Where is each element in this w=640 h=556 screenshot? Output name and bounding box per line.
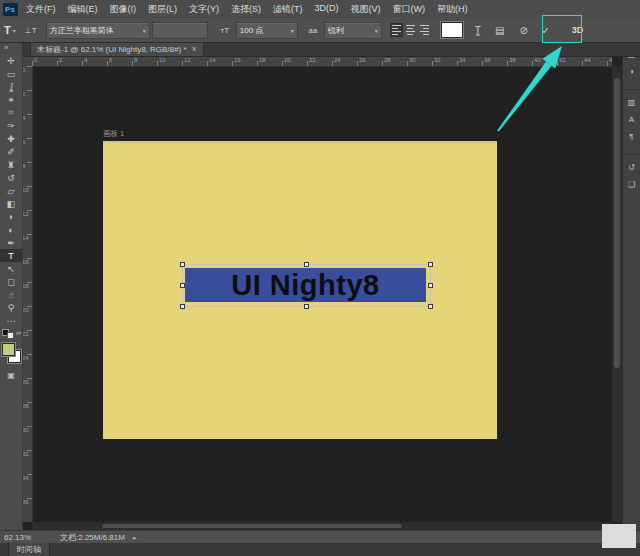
- menu-item[interactable]: 文件(F): [20, 3, 62, 16]
- chevron-down-icon: ▾: [13, 27, 16, 34]
- screen-mode-icon[interactable]: ▣: [7, 371, 15, 380]
- warp-text-icon[interactable]: T̰: [471, 22, 485, 38]
- lasso-tool-icon[interactable]: ʆ: [0, 80, 22, 93]
- marquee-tool-icon[interactable]: ▭: [0, 67, 22, 80]
- gradient-tool-icon[interactable]: ◧: [0, 197, 22, 210]
- tool-preset-picker[interactable]: T ▾: [4, 24, 16, 36]
- 3d-button[interactable]: 3D: [565, 24, 591, 36]
- eraser-tool-icon[interactable]: ▱: [0, 184, 22, 197]
- status-chevron-icon[interactable]: ▸: [133, 534, 137, 542]
- tab-timeline[interactable]: 时间轴: [8, 543, 50, 556]
- transform-handle[interactable]: [428, 262, 433, 267]
- transform-handle[interactable]: [428, 304, 433, 309]
- foreground-color-swatch[interactable]: [2, 343, 15, 356]
- history-brush-tool-icon[interactable]: ↺: [0, 171, 22, 184]
- horizontal-scrollbar-thumb[interactable]: [102, 524, 402, 528]
- brush-tool-icon[interactable]: ✐: [0, 145, 22, 158]
- menu-item[interactable]: 3D(D): [309, 3, 345, 16]
- transform-handle[interactable]: [304, 262, 309, 267]
- menu-item[interactable]: 文字(Y): [183, 3, 225, 16]
- menu-item[interactable]: 窗口(W): [387, 3, 432, 16]
- font-style-select[interactable]: [152, 22, 208, 39]
- ruler-tick: 4: [22, 114, 32, 138]
- vertical-ruler: 02468101214161820222426283032343638: [22, 66, 33, 522]
- menu-item[interactable]: 编辑(E): [62, 3, 104, 16]
- transform-bounding-box[interactable]: [182, 264, 431, 307]
- document-tab[interactable]: 未标题-1 @ 62.1% (UI Nighty8, RGB/8#) * ×: [30, 42, 204, 56]
- healing-brush-tool-icon[interactable]: ✚: [0, 132, 22, 145]
- pen-tool-icon[interactable]: ✒: [0, 236, 22, 249]
- type-tool-icon[interactable]: T: [0, 249, 22, 262]
- menu-item[interactable]: 图层(L): [142, 3, 183, 16]
- horizontal-scrollbar[interactable]: [32, 522, 612, 530]
- ruler-tick: 28: [22, 402, 32, 426]
- hand-tool-icon[interactable]: ☝: [0, 288, 22, 301]
- menu-item[interactable]: 选择(S): [225, 3, 267, 16]
- history-panel-icon[interactable]: ↺: [623, 154, 640, 176]
- ruler-tick: 30: [407, 56, 432, 66]
- align-center-button[interactable]: [404, 23, 417, 37]
- panel-dock: ▦◑▥A¶↺❏: [622, 42, 640, 530]
- ruler-tick: 32: [22, 450, 32, 474]
- toolbox-collapse-icon[interactable]: »: [0, 42, 8, 54]
- ruler-tick: 34: [22, 474, 32, 498]
- swap-colors-icon[interactable]: ⇄: [16, 329, 21, 339]
- quick-selection-tool-icon[interactable]: ✶: [0, 93, 22, 106]
- eyedropper-tool-icon[interactable]: ✑: [0, 119, 22, 132]
- clone-stamp-tool-icon[interactable]: ♜: [0, 158, 22, 171]
- transform-handle[interactable]: [180, 283, 185, 288]
- align-left-button[interactable]: [390, 23, 403, 37]
- default-colors-icon[interactable]: ⇄: [0, 329, 22, 339]
- ruler-tick: 18: [22, 282, 32, 306]
- adjustments-panel-icon[interactable]: ◑: [623, 63, 640, 80]
- vertical-scrollbar[interactable]: [612, 66, 622, 522]
- artboard-label[interactable]: 画板 1: [103, 129, 124, 139]
- anti-alias-select[interactable]: 锐利 ▾: [324, 22, 382, 39]
- shape-tool-icon[interactable]: ◻: [0, 275, 22, 288]
- blur-tool-icon[interactable]: ◗: [0, 210, 22, 223]
- font-family-select[interactable]: 方正兰亭粗黑简体 ▾: [46, 22, 150, 39]
- paragraph-panel-icon[interactable]: ¶: [623, 128, 640, 145]
- transform-handle[interactable]: [180, 304, 185, 309]
- ruler-tick: 16: [22, 258, 32, 282]
- ruler-tick: 10: [157, 56, 182, 66]
- path-selection-tool-icon[interactable]: ↖: [0, 262, 22, 275]
- ruler-tick: 8: [132, 56, 157, 66]
- menu-bar: Ps 文件(F)编辑(E)图像(I)图层(L)文字(Y)选择(S)滤镜(T)3D…: [0, 0, 640, 19]
- character-panel-icon[interactable]: A: [623, 111, 640, 128]
- transform-handle[interactable]: [304, 304, 309, 309]
- toggle-panels-icon[interactable]: ▤: [493, 22, 507, 38]
- text-orientation-icon[interactable]: ⊥T: [24, 22, 38, 38]
- libraries-panel-icon[interactable]: ▥: [623, 89, 640, 111]
- font-size-select[interactable]: 100 点 ▾: [236, 22, 298, 39]
- ruler-tick: 36: [22, 498, 32, 522]
- vertical-scrollbar-thumb[interactable]: [614, 78, 620, 368]
- commit-edits-icon[interactable]: ✓: [539, 22, 553, 38]
- ruler-tick: 14: [22, 234, 32, 258]
- layers-panel-icon[interactable]: ❏: [623, 176, 640, 193]
- close-icon[interactable]: ×: [192, 44, 197, 54]
- document-tab-title: 未标题-1 @ 62.1% (UI Nighty8, RGB/8#) *: [37, 44, 187, 55]
- more-tools-icon[interactable]: ⋯: [0, 314, 22, 327]
- align-right-button[interactable]: [418, 23, 431, 37]
- crop-tool-icon[interactable]: ⌗: [0, 106, 22, 119]
- artboard-canvas[interactable]: UI Nighty8: [103, 141, 497, 439]
- zoom-level-field[interactable]: 62.13%: [4, 533, 48, 542]
- menu-item[interactable]: 帮助(H): [431, 3, 474, 16]
- ruler-tick: 2: [57, 56, 82, 66]
- ruler-tick: 0: [22, 66, 32, 90]
- menu-item[interactable]: 图像(I): [104, 3, 143, 16]
- ruler-tick: 42: [557, 56, 582, 66]
- dodge-tool-icon[interactable]: ◐: [0, 223, 22, 236]
- menu-item[interactable]: 视图(V): [345, 3, 387, 16]
- type-options-bar: T ▾ ⊥T 方正兰亭粗黑简体 ▾ ᴛT 100 点 ▾ aa 锐利 ▾ T̰ …: [0, 18, 640, 43]
- menu-item[interactable]: 滤镜(T): [267, 3, 309, 16]
- cancel-edits-icon[interactable]: ⊘: [517, 22, 531, 38]
- zoom-tool-icon[interactable]: ⚲: [0, 301, 22, 314]
- text-color-swatch[interactable]: [441, 22, 463, 38]
- transform-handle[interactable]: [180, 262, 185, 267]
- transform-handle[interactable]: [428, 283, 433, 288]
- ruler-tick: 14: [207, 56, 232, 66]
- ruler-tick: 32: [432, 56, 457, 66]
- move-tool-icon[interactable]: ✛: [0, 54, 22, 67]
